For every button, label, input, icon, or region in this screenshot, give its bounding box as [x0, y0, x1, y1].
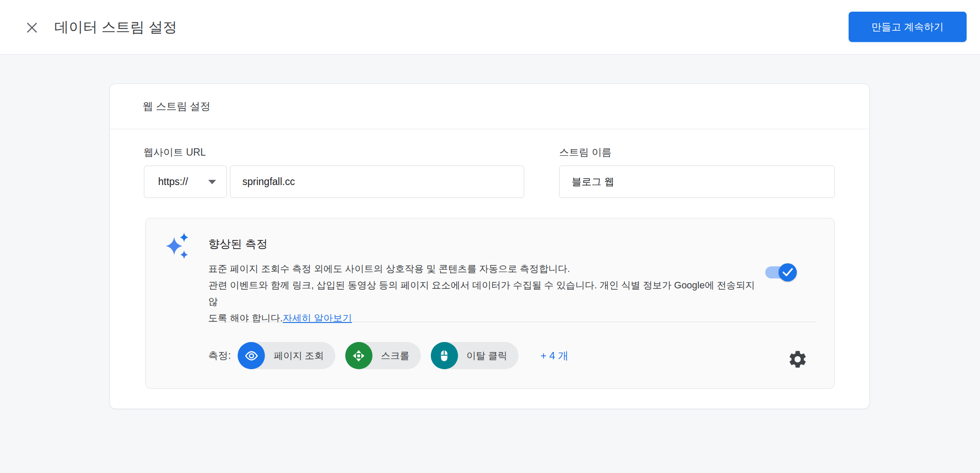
data-stream-setup-screen: 데이터 스트림 설정 만들고 계속하기 웹 스트림 설정 웹사이트 URL ht…	[0, 0, 980, 473]
enhanced-measurement-toggle[interactable]	[765, 263, 797, 281]
close-icon	[25, 20, 39, 35]
enhanced-measurement-box: 향상된 측정 표준 페이지 조회수 측정 외에도 사이트의 상호작용 및 콘텐츠…	[145, 218, 835, 389]
protocol-select[interactable]: https://	[144, 166, 227, 198]
eye-icon	[238, 342, 265, 369]
chevron-down-icon	[208, 180, 216, 184]
card-header: 웹 스트림 설정	[110, 84, 869, 129]
create-and-continue-button[interactable]: 만들고 계속하기	[849, 12, 967, 42]
gear-icon	[787, 349, 808, 370]
divider	[208, 322, 816, 322]
toggle-thumb-check-icon	[779, 263, 797, 281]
scroll-icon	[345, 342, 372, 369]
website-url-input[interactable]	[230, 166, 524, 198]
sparkle-icon	[165, 231, 190, 262]
chip-scroll: 스크롤	[345, 342, 421, 369]
protocol-selected-value: https://	[158, 176, 188, 188]
web-stream-card: 웹 스트림 설정 웹사이트 URL https:// 스트림 이름 향상된 측정…	[109, 83, 870, 409]
website-url-label: 웹사이트 URL	[143, 146, 206, 159]
enhanced-measurement-settings-button[interactable]	[786, 348, 809, 371]
chip-page-view: 페이지 조회	[238, 342, 335, 369]
chip-label: 스크롤	[381, 349, 410, 362]
enhanced-measurement-title: 향상된 측정	[208, 236, 267, 252]
close-button[interactable]	[23, 19, 41, 36]
page-title: 데이터 스트림 설정	[54, 18, 177, 37]
measuring-row: 측정: 페이지 조회	[208, 342, 568, 369]
stream-name-input[interactable]	[559, 166, 835, 198]
top-app-bar: 데이터 스트림 설정 만들고 계속하기	[0, 0, 980, 54]
chip-label: 페이지 조회	[274, 349, 324, 362]
measuring-label: 측정:	[208, 349, 231, 362]
chip-outbound-click: 이탈 클릭	[431, 342, 519, 369]
chip-label: 이탈 클릭	[467, 349, 507, 362]
show-more-chips-button[interactable]: + 4 개	[541, 349, 569, 363]
card-section-title: 웹 스트림 설정	[143, 99, 210, 113]
mouse-icon	[431, 342, 458, 369]
stream-name-label: 스트림 이름	[559, 146, 611, 159]
enhanced-measurement-description: 표준 페이지 조회수 측정 외에도 사이트의 상호작용 및 콘텐츠를 자동으로 …	[208, 261, 758, 326]
